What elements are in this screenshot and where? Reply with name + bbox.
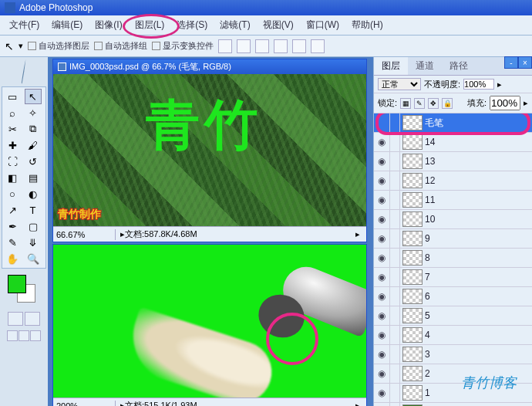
doc2-canvas[interactable] xyxy=(53,245,366,398)
link-col[interactable] xyxy=(389,210,400,228)
layer-row[interactable]: ◉13 xyxy=(374,152,532,171)
layer-row[interactable]: 毛笔 xyxy=(374,113,532,133)
layer-thumb[interactable] xyxy=(402,327,423,343)
align-icon[interactable] xyxy=(292,39,306,53)
stamp-tool[interactable]: ⛶ xyxy=(4,154,21,169)
notes-tool[interactable]: ✎ xyxy=(4,235,21,250)
layer-thumb[interactable] xyxy=(402,269,423,285)
menu-view[interactable]: 视图(V) xyxy=(257,17,300,33)
screen-mode[interactable] xyxy=(7,330,18,341)
layer-thumb[interactable] xyxy=(402,231,423,246)
auto-select-group[interactable]: 自动选择组 xyxy=(94,40,147,52)
link-col[interactable] xyxy=(389,287,400,306)
eye-icon[interactable]: ◉ xyxy=(374,330,389,340)
pen-tool[interactable]: ✒ xyxy=(4,218,21,234)
layer-row[interactable]: ◉3 xyxy=(374,345,532,364)
link-col[interactable] xyxy=(389,268,400,286)
eye-icon[interactable]: ◉ xyxy=(374,175,389,186)
layer-thumb[interactable] xyxy=(402,308,423,323)
color-swatches[interactable] xyxy=(3,273,45,306)
tab-channels[interactable]: 通道 xyxy=(408,57,442,75)
eye-icon[interactable]: ◉ xyxy=(374,156,389,167)
blur-tool[interactable]: ○ xyxy=(4,186,21,201)
link-col[interactable] xyxy=(389,133,400,151)
path-tool[interactable]: ↗ xyxy=(4,202,21,218)
doc1-canvas[interactable]: 青竹 青竹制作 xyxy=(53,74,366,226)
layer-row[interactable]: ◉12 xyxy=(374,171,532,191)
min-icon[interactable]: - xyxy=(504,56,518,69)
layer-thumb[interactable] xyxy=(402,173,423,188)
layer-thumb[interactable] xyxy=(402,366,423,381)
layer-thumb[interactable] xyxy=(402,250,423,266)
lock-brush-icon[interactable]: ✎ xyxy=(414,98,425,109)
crop-tool[interactable]: ✂ xyxy=(4,121,21,137)
eye-icon[interactable]: ◉ xyxy=(374,291,389,302)
standard-mode[interactable] xyxy=(8,312,23,326)
link-col[interactable] xyxy=(389,364,400,383)
align-icon[interactable] xyxy=(237,39,251,53)
blend-mode[interactable]: 正常 xyxy=(378,78,421,90)
link-col[interactable] xyxy=(389,384,400,402)
eye-icon[interactable]: ◉ xyxy=(374,272,389,283)
layer-row[interactable]: ◉14 xyxy=(374,133,532,152)
link-col[interactable] xyxy=(389,326,400,344)
layer-thumb[interactable] xyxy=(402,385,423,401)
link-col[interactable] xyxy=(389,113,400,132)
history-tool[interactable]: ↺ xyxy=(25,154,42,169)
layer-thumb[interactable] xyxy=(402,154,423,169)
layer-row[interactable]: ◉7 xyxy=(374,268,532,287)
lock-pixels-icon[interactable]: ▦ xyxy=(400,98,411,109)
layer-row[interactable]: ◉11 xyxy=(374,191,532,210)
link-col[interactable] xyxy=(389,345,400,364)
layer-thumb[interactable] xyxy=(402,115,423,130)
link-col[interactable] xyxy=(389,152,400,171)
slice-tool[interactable]: ⧉ xyxy=(25,121,42,137)
eye-icon[interactable]: ◉ xyxy=(374,195,389,205)
arrow-icon[interactable]: ▸ xyxy=(352,229,363,239)
shape-tool[interactable]: ▢ xyxy=(25,218,42,234)
document-window-1[interactable]: IMG_0003psd.psd @ 66.7% (毛笔, RGB/8) 青竹 青… xyxy=(52,59,367,242)
link-col[interactable] xyxy=(389,249,400,267)
eye-icon[interactable]: ◉ xyxy=(374,214,389,225)
layer-row[interactable]: ◉4 xyxy=(374,326,532,345)
link-col[interactable] xyxy=(389,229,400,248)
eraser-tool[interactable]: ◧ xyxy=(4,170,21,185)
menu-select[interactable]: 选择(S) xyxy=(170,17,214,33)
type-tool[interactable]: T xyxy=(25,202,42,218)
show-transform[interactable]: 显示变换控件 xyxy=(152,40,214,52)
eye-icon[interactable]: ◉ xyxy=(374,233,389,244)
marquee-tool[interactable]: ▭ xyxy=(4,89,21,104)
eye-icon[interactable]: ◉ xyxy=(374,252,389,263)
tab-paths[interactable]: 路径 xyxy=(442,57,476,75)
screen-mode[interactable] xyxy=(19,330,29,341)
align-icon[interactable] xyxy=(274,39,288,53)
fill-input[interactable] xyxy=(490,96,520,110)
doc1-zoom[interactable]: 66.67% xyxy=(56,230,110,239)
link-col[interactable] xyxy=(389,403,400,406)
document-window-2[interactable]: 200% ▸ 文档:515.1K/1.93M ▸ xyxy=(52,244,367,406)
doc1-title[interactable]: IMG_0003psd.psd @ 66.7% (毛笔, RGB/8) xyxy=(53,59,366,74)
screen-mode[interactable] xyxy=(30,330,41,341)
zoom-tool[interactable]: 🔍 xyxy=(25,251,42,266)
tool-dropdown-icon[interactable]: ▾ xyxy=(19,41,23,51)
doc2-zoom[interactable]: 200% xyxy=(56,401,110,407)
align-icon[interactable] xyxy=(311,39,325,53)
link-col[interactable] xyxy=(389,191,400,209)
eye-icon[interactable]: ◉ xyxy=(374,310,389,321)
fg-color[interactable] xyxy=(8,275,26,293)
layer-row[interactable]: ◉8 xyxy=(374,249,532,268)
gradient-tool[interactable]: ▤ xyxy=(25,170,42,185)
menu-window[interactable]: 窗口(W) xyxy=(300,17,345,33)
menu-layer[interactable]: 图层(L) xyxy=(129,17,171,33)
eyedrop-tool[interactable]: ⤋ xyxy=(25,235,42,250)
brush-tool[interactable]: 🖌 xyxy=(25,137,42,153)
lock-all-icon[interactable]: 🔒 xyxy=(442,98,453,109)
layer-thumb[interactable] xyxy=(402,134,423,150)
link-col[interactable] xyxy=(389,306,400,325)
layer-row[interactable]: ◉6 xyxy=(374,287,532,306)
eye-icon[interactable]: ◉ xyxy=(374,137,389,147)
layer-row[interactable]: ◉9 xyxy=(374,229,532,249)
lasso-tool[interactable]: ⌕ xyxy=(4,105,21,120)
menu-help[interactable]: 帮助(H) xyxy=(345,17,389,33)
link-col[interactable] xyxy=(389,171,400,190)
